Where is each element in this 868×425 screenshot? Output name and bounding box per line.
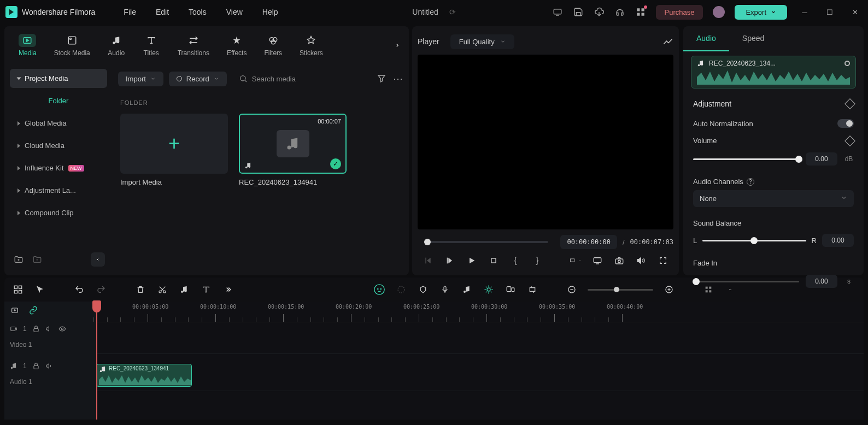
sidebar-item-compound-clip[interactable]: Compound Clip (10, 203, 107, 222)
mute-icon[interactable] (45, 362, 53, 370)
audio-detach-button[interactable] (178, 284, 190, 296)
record-dropdown[interactable]: Record (169, 72, 227, 86)
keyframe-diamond-button[interactable] (844, 98, 855, 109)
zoom-out-button[interactable] (566, 284, 578, 296)
close-button[interactable]: ✕ (847, 4, 863, 20)
audio-clip[interactable]: REC_20240623_134941 (96, 364, 192, 387)
zoom-slider[interactable] (588, 289, 653, 291)
filter-button[interactable] (376, 73, 387, 84)
sidebar-item-influence-kit[interactable]: Influence KitNEW (10, 158, 107, 178)
audio-channels-dropdown[interactable]: None (693, 190, 854, 207)
redo-button[interactable] (95, 284, 107, 296)
mark-out-button[interactable]: } (531, 255, 543, 267)
search-input[interactable]: Search media (232, 71, 371, 86)
audio-mixer-button[interactable] (461, 284, 473, 296)
help-icon[interactable]: ? (747, 178, 754, 186)
step-back-button[interactable] (444, 255, 456, 267)
select-tool[interactable] (34, 284, 46, 296)
device-icon[interactable] (552, 7, 563, 17)
inspector-tab-speed[interactable]: Speed (729, 26, 777, 51)
visibility-icon[interactable] (58, 325, 66, 333)
sidebar-item-adjustment-layer[interactable]: Adjustment La... (10, 181, 107, 200)
zoom-in-button[interactable] (663, 284, 675, 296)
fade-in-slider[interactable] (693, 281, 799, 282)
cloud-sync-icon[interactable]: ⟳ (449, 8, 456, 16)
tabs-overflow-button[interactable] (392, 37, 402, 54)
source-tab-effects[interactable]: Effects (219, 31, 254, 60)
save-icon[interactable] (573, 7, 584, 17)
volume-button[interactable] (635, 255, 647, 267)
more-options-button[interactable]: ⋯ (392, 73, 403, 84)
undo-button[interactable] (73, 284, 85, 296)
aspect-ratio-dropdown[interactable] (570, 255, 582, 267)
menu-view[interactable]: View (219, 5, 250, 19)
sidebar-item-project-media[interactable]: Project Media (10, 69, 107, 88)
current-timecode[interactable]: 00:00:00:00 (560, 235, 617, 249)
collapse-sidebar-button[interactable] (91, 252, 105, 267)
preview-canvas[interactable] (418, 55, 673, 229)
audio-track-row[interactable]: REC_20240623_134941 (96, 359, 864, 391)
support-icon[interactable] (614, 7, 625, 17)
scopes-icon[interactable] (662, 36, 673, 47)
playhead[interactable] (96, 302, 97, 420)
media-clip-tile[interactable]: 00:00:07 ✓ REC_20240623_134941 (239, 114, 347, 186)
balance-value[interactable]: 0.00 (822, 234, 854, 247)
cloud-download-icon[interactable] (594, 7, 605, 17)
fit-screen-button[interactable] (591, 255, 603, 267)
menu-tools[interactable]: Tools (181, 5, 214, 19)
track-options-dropdown[interactable] (724, 284, 736, 296)
volume-keyframe-button[interactable] (844, 135, 855, 146)
sidebar-item-cloud-media[interactable]: Cloud Media (10, 136, 107, 155)
adjust-button[interactable] (483, 284, 495, 296)
balance-slider[interactable] (702, 240, 806, 241)
mute-icon[interactable] (45, 325, 53, 333)
text-button[interactable] (200, 284, 212, 296)
purchase-button[interactable]: Purchase (656, 5, 703, 20)
video-track-header[interactable]: 1 (4, 319, 96, 339)
seek-slider[interactable] (424, 241, 548, 243)
delete-button[interactable] (134, 284, 146, 296)
import-media-tile[interactable]: + Import Media (120, 114, 228, 186)
lock-icon[interactable] (32, 362, 40, 370)
track-display-button[interactable] (702, 284, 714, 296)
inspector-tab-audio[interactable]: Audio (683, 26, 729, 51)
source-tab-media[interactable]: Media (11, 31, 44, 60)
voiceover-button[interactable] (439, 284, 451, 296)
sync-button[interactable] (505, 284, 517, 296)
source-tab-filters[interactable]: Filters (256, 31, 290, 60)
user-avatar[interactable] (713, 6, 725, 18)
export-button[interactable]: Export (735, 5, 787, 20)
delete-folder-button[interactable] (31, 253, 44, 266)
audio-track-header[interactable]: 1 (4, 356, 96, 376)
menu-help[interactable]: Help (255, 5, 286, 19)
marker-button[interactable] (417, 284, 429, 296)
minimize-button[interactable]: ─ (797, 4, 812, 20)
import-dropdown[interactable]: Import (118, 72, 163, 86)
play-button[interactable] (466, 255, 478, 267)
render-preview-button[interactable] (395, 284, 407, 296)
ai-button[interactable] (373, 284, 385, 296)
volume-value[interactable]: 0.00 (806, 152, 837, 166)
apps-icon[interactable] (635, 7, 646, 17)
auto-normalization-toggle[interactable] (837, 119, 854, 128)
source-tab-stock-media[interactable]: Stock Media (46, 31, 98, 60)
prev-frame-button[interactable] (422, 255, 434, 267)
maximize-button[interactable]: ☐ (822, 4, 837, 20)
add-track-button[interactable] (9, 304, 21, 316)
menu-edit[interactable]: Edit (148, 5, 177, 19)
source-tab-titles[interactable]: Titles (135, 31, 168, 60)
volume-slider[interactable] (693, 158, 799, 160)
layout-button[interactable] (12, 284, 24, 296)
lock-icon[interactable] (32, 325, 40, 333)
source-tab-audio[interactable]: Audio (100, 31, 133, 60)
new-folder-button[interactable] (12, 253, 25, 266)
source-tab-transitions[interactable]: Transitions (170, 31, 217, 60)
fullscreen-button[interactable] (657, 255, 669, 267)
source-tab-stickers[interactable]: Stickers (292, 31, 331, 60)
sidebar-item-folder[interactable]: Folder (10, 91, 107, 110)
menu-file[interactable]: File (116, 5, 144, 19)
toolbar-overflow[interactable] (222, 284, 234, 296)
link-button[interactable] (27, 304, 39, 316)
crop-button[interactable] (526, 284, 538, 296)
cut-button[interactable] (156, 284, 168, 296)
